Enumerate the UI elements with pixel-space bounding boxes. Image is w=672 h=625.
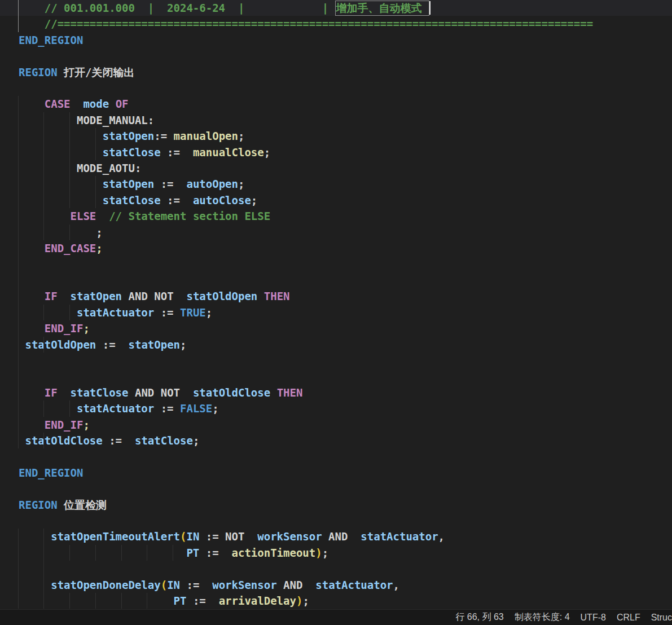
code-token: statOldClose [25,434,102,447]
code-line[interactable] [0,481,672,496]
code-line[interactable] [0,48,672,64]
code-line[interactable] [0,448,672,464]
code-token: statActuator [77,402,154,415]
code-line[interactable] [0,353,672,368]
indent-guide [69,545,70,561]
indent-guide [173,545,173,561]
code-line[interactable]: statClose := autoClose; [0,192,672,208]
indent-guide [43,208,44,224]
cursor-position[interactable]: 行 66, 列 63 [455,611,503,623]
code-line[interactable]: statOpenTimeoutAlert(IN := NOT workSenso… [0,529,672,544]
code-line[interactable]: MODE_AOTU: [0,160,672,176]
code-line[interactable] [0,561,672,576]
code-line[interactable]: END_REGION [0,32,672,48]
code-token: autoOpen [186,178,238,190]
code-token: := [161,194,193,206]
code-token [19,595,174,607]
code-token [19,210,71,222]
code-line[interactable]: statOpenDoneDelay(IN := workSensor AND s… [0,577,672,593]
code-line[interactable]: ELSE // Statement section ELSE [0,208,672,224]
code-token: AND [277,579,316,591]
code-line[interactable]: //======================================… [0,16,672,32]
eol-indicator[interactable]: CRLF [617,613,640,623]
code-token [19,306,77,319]
indent-guide [43,160,44,176]
code-token [58,290,71,302]
indent-guide [69,305,70,320]
code-token [19,242,45,254]
code-token: ; [19,226,103,239]
code-token: ) [296,595,302,607]
code-line[interactable]: statOpen := autoOpen; [0,176,672,192]
indent-guide [69,112,70,128]
indent-guide [18,112,19,128]
code-editor[interactable]: // 001.001.000 | 2024-6-24 | | 增加手、自动模式 … [0,0,672,609]
code-token: statOpen [103,178,155,190]
code-line[interactable]: IF statOpen AND NOT statOldOpen THEN [0,288,672,304]
code-token: END_IF [45,322,84,334]
code-token [19,290,45,302]
code-line[interactable] [0,513,672,529]
code-line[interactable]: PT := actionTimeout); [0,545,672,561]
code-token [19,146,103,159]
code-token: statOldClose [193,386,270,399]
code-line[interactable]: END_REGION [0,465,672,481]
code-token: ; [83,419,89,431]
indent-guide [18,288,19,304]
code-token: END_REGION [19,466,83,479]
indent-guide [18,400,19,416]
code-line[interactable]: END_CASE; [0,240,672,256]
code-token: OF [116,98,129,110]
code-token: ; [96,242,102,254]
code-token: := [154,130,173,142]
language-mode[interactable]: Struc [651,613,672,623]
code-token [257,290,263,302]
code-line[interactable]: END_IF; [0,417,672,433]
indent-guide [43,144,44,160]
code-token: workSensor [212,579,276,591]
code-token: actionTimeout [232,547,316,559]
status-bar: 行 66, 列 63 制表符长度: 4 UTF-8 CRLF Struc [0,609,672,625]
indent-guide [18,208,19,224]
indent-guide [43,433,44,448]
indent-guide [18,160,19,176]
code-line[interactable] [0,368,672,384]
code-token: statOpen [71,290,122,302]
code-line[interactable]: END_IF; [0,320,672,336]
code-token [19,194,103,206]
indent-guide [18,16,19,32]
code-line[interactable] [0,80,672,96]
indent-guide [43,577,44,593]
indent-guide [43,529,44,544]
code-token: ( [180,530,186,543]
indent-guide [95,176,96,192]
code-line[interactable] [0,272,672,288]
code-token: statClose [103,194,161,206]
code-line[interactable]: CASE mode OF [0,96,672,112]
code-line[interactable]: statActuator := TRUE; [0,305,672,320]
code-token: ; [238,178,244,190]
code-line[interactable]: ; [0,225,672,240]
code-line[interactable]: statOldOpen := statOpen; [0,337,672,353]
code-token: arrivalDelay [219,595,296,607]
code-line[interactable]: REGION 打开/关闭输出 [0,64,672,80]
code-line[interactable]: statClose := manualClose; [0,144,672,160]
code-line[interactable]: REGION 位置检测 [0,497,672,513]
code-line[interactable]: statOldClose := statClose; [0,433,672,448]
code-token: ; [180,338,186,351]
code-line[interactable]: statActuator := FALSE; [0,400,672,416]
code-token: FALSE [180,402,212,415]
code-line[interactable]: PT := arrivalDelay); [0,593,672,609]
code-token: THEN [277,386,303,399]
code-line[interactable]: IF statClose AND NOT statOldClose THEN [0,385,672,400]
code-token: 位置检测 [58,499,107,511]
tab-size[interactable]: 制表符长度: 4 [515,611,570,623]
code-token [58,386,71,399]
encoding[interactable]: UTF-8 [581,613,606,623]
code-line[interactable]: MODE_MANUAL: [0,112,672,128]
code-line[interactable]: statOpen:= manualOpen; [0,128,672,144]
code-line[interactable]: // 001.001.000 | 2024-6-24 | | 增加手、自动模式 [0,0,672,16]
code-line[interactable] [0,257,672,272]
indent-guide [69,400,70,416]
code-token: statActuator [77,306,154,319]
